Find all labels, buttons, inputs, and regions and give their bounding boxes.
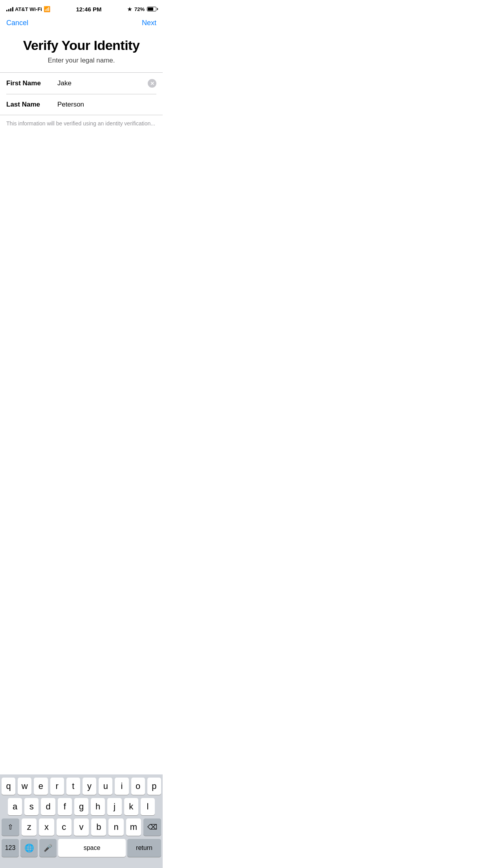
signal-bar-3: [10, 8, 11, 11]
cancel-button[interactable]: Cancel: [6, 19, 28, 27]
helper-text: This information will be verified using …: [0, 115, 163, 132]
first-name-value: Jake: [57, 79, 72, 87]
last-name-input-area[interactable]: Peterson: [57, 101, 156, 108]
status-bar: AT&T Wi-Fi 📶 12:46 PM ★ 72%: [0, 0, 163, 17]
form-section: First Name Jake ✕ Last Name Peterson: [0, 73, 163, 115]
last-name-value: Peterson: [57, 101, 84, 108]
signal-bar-4: [12, 7, 13, 11]
status-left: AT&T Wi-Fi 📶: [6, 6, 50, 12]
clear-first-name-button[interactable]: ✕: [148, 79, 156, 88]
first-name-label: First Name: [6, 79, 57, 87]
last-name-label: Last Name: [6, 101, 57, 108]
nav-bar: Cancel Next: [0, 17, 163, 30]
carrier-label: AT&T Wi-Fi: [15, 6, 42, 12]
page-subtitle: Enter your legal name.: [9, 57, 153, 64]
page-title: Verify Your Identity: [9, 38, 153, 53]
next-button[interactable]: Next: [142, 19, 156, 27]
signal-bar-1: [6, 10, 7, 11]
first-name-input-area[interactable]: Jake ✕: [57, 79, 156, 88]
bluetooth-icon: ★: [127, 6, 132, 12]
status-right: ★ 72%: [127, 6, 156, 12]
last-name-row[interactable]: Last Name Peterson: [6, 94, 156, 115]
signal-bar-2: [8, 9, 9, 11]
signal-bars: [6, 7, 13, 11]
first-name-row[interactable]: First Name Jake ✕: [6, 73, 156, 94]
wifi-icon: 📶: [44, 6, 50, 12]
time-label: 12:46 PM: [76, 6, 101, 13]
battery-percent: 72%: [134, 6, 145, 12]
title-section: Verify Your Identity Enter your legal na…: [0, 30, 163, 72]
battery-icon: [147, 7, 156, 11]
